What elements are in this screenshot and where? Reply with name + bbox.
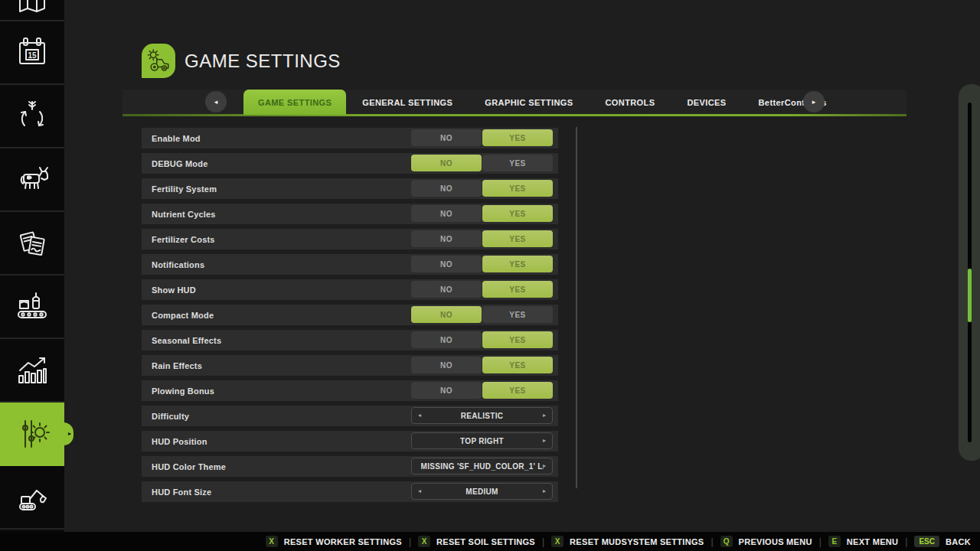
setting-control: ◂TOP RIGHT▸ [411, 432, 553, 449]
setting-label: Seasonal Effects [142, 336, 221, 345]
key-q-badge: Q [720, 536, 733, 547]
setting-control: ◂MISSING 'SF_HUD_COLOR_1' L..▸ [411, 458, 553, 474]
tab-controls[interactable]: CONTROLS [590, 90, 671, 115]
tabs-next-button[interactable]: ▸ [803, 91, 825, 112]
shortcut-label: RESET SOIL SETTINGS [436, 537, 535, 546]
toggle-switch: NOYES [411, 281, 553, 298]
settings-row: DEBUG ModeNOYES [142, 153, 558, 174]
select-next-icon[interactable]: ▸ [543, 438, 546, 444]
scrollbar-track[interactable] [968, 103, 972, 442]
svg-text:15: 15 [28, 51, 37, 59]
key-x-badge: X [266, 536, 278, 547]
toggle-yes-button[interactable]: YES [482, 205, 553, 222]
select-control[interactable]: ◂TOP RIGHT▸ [411, 432, 553, 449]
toggle-yes-button[interactable]: YES [482, 129, 553, 146]
toggle-no-button[interactable]: NO [411, 357, 482, 373]
separator: | [905, 536, 907, 547]
sidebar-item-crop-rotation[interactable] [0, 85, 64, 148]
settings-list-scrollbar[interactable] [576, 127, 577, 488]
toggle-yes-button[interactable]: YES [482, 256, 553, 272]
sidebar-item-construction[interactable] [0, 466, 64, 530]
toggle-switch: NOYES [411, 155, 553, 171]
toggle-yes-button[interactable]: YES [482, 382, 553, 399]
settings-row: HUD Font Size◂MEDIUM▸ [142, 481, 558, 502]
tab-general-settings[interactable]: GENERAL SETTINGS [346, 90, 469, 115]
shortcut-reset-worker[interactable]: X RESET WORKER SETTINGS [266, 536, 402, 547]
tab-bettercontracts[interactable]: BetterContracts [743, 90, 843, 115]
select-value: MISSING 'SF_HUD_COLOR_1' L.. [421, 462, 544, 471]
toggle-yes-button[interactable]: YES [482, 281, 553, 298]
toggle-switch: NOYES [411, 306, 553, 323]
toggle-no-button[interactable]: NO [411, 256, 482, 272]
select-next-icon[interactable]: ▸ [543, 488, 546, 494]
sidebar-item-map[interactable] [0, 0, 64, 21]
tab-game-settings[interactable]: GAME SETTINGS [243, 90, 346, 115]
setting-control: NOYES [411, 382, 553, 399]
settings-row: Rain EffectsNOYES [142, 355, 558, 376]
select-value: REALISTIC [461, 412, 503, 420]
select-prev-icon[interactable]: ◂ [418, 488, 421, 494]
setting-control: NOYES [411, 306, 553, 323]
chevron-right-icon: ▸ [812, 99, 816, 106]
toggle-yes-button[interactable]: YES [482, 155, 553, 171]
excavator-icon [14, 479, 51, 516]
cow-icon [14, 161, 51, 198]
sidebar-item-production[interactable] [0, 276, 64, 339]
shortcut-back[interactable]: ESC BACK [914, 536, 971, 547]
settings-row: Seasonal EffectsNOYES [142, 330, 558, 350]
page-scrollbar[interactable] [959, 84, 980, 461]
sidebar-item-contracts[interactable] [0, 212, 64, 276]
setting-control: NOYES [411, 230, 553, 247]
shortcut-reset-soil[interactable]: X RESET SOIL SETTINGS [418, 536, 535, 547]
shortcut-label: NEXT MENU [847, 537, 898, 546]
toggle-no-button[interactable]: NO [411, 306, 482, 323]
toggle-yes-button[interactable]: YES [482, 306, 553, 323]
toggle-no-button[interactable]: NO [411, 155, 482, 171]
toggle-yes-button[interactable]: YES [482, 230, 553, 247]
toggle-yes-button[interactable]: YES [482, 180, 553, 197]
select-next-icon[interactable]: ▸ [543, 412, 546, 419]
scrollbar-thumb[interactable] [968, 269, 972, 322]
toggle-yes-button[interactable]: YES [482, 357, 553, 373]
toggle-no-button[interactable]: NO [411, 180, 482, 197]
toggle-no-button[interactable]: NO [411, 129, 482, 146]
setting-label: HUD Position [142, 437, 207, 446]
shortcut-reset-mudsystem[interactable]: X RESET MUDSYSTEM SETTINGS [551, 536, 704, 547]
toggle-switch: NOYES [411, 256, 553, 272]
sidebar-item-settings[interactable]: ▸ [0, 403, 64, 466]
setting-label: Compact Mode [142, 311, 214, 320]
tabs-prev-button[interactable]: ◂ [205, 91, 227, 112]
setting-label: Rain Effects [142, 361, 202, 370]
shortcut-label: RESET MUDSYSTEM SETTINGS [570, 537, 704, 546]
select-control[interactable]: ◂MISSING 'SF_HUD_COLOR_1' L..▸ [411, 458, 553, 474]
select-next-icon[interactable]: ▸ [543, 463, 546, 469]
setting-label: DEBUG Mode [142, 159, 208, 168]
toggle-yes-button[interactable]: YES [482, 331, 553, 348]
toggle-no-button[interactable]: NO [411, 382, 482, 399]
select-control[interactable]: ◂REALISTIC▸ [411, 407, 553, 424]
setting-control: NOYES [411, 331, 553, 348]
tab-devices[interactable]: DEVICES [671, 90, 742, 115]
toggle-switch: NOYES [411, 180, 553, 197]
setting-control: NOYES [411, 256, 553, 272]
sidebar-item-animals[interactable] [0, 148, 64, 212]
app-icon [142, 44, 175, 78]
settings-row: Nutrient CyclesNOYES [142, 204, 558, 224]
toggle-no-button[interactable]: NO [411, 205, 482, 222]
sidebar-item-statistics[interactable] [0, 339, 64, 403]
toggle-no-button[interactable]: NO [411, 281, 482, 298]
shortcut-previous-menu[interactable]: Q PREVIOUS MENU [720, 536, 812, 547]
select-value: MEDIUM [466, 487, 498, 496]
toggle-no-button[interactable]: NO [411, 331, 482, 348]
toggle-no-button[interactable]: NO [411, 230, 482, 247]
shortcut-next-menu[interactable]: E NEXT MENU [828, 536, 898, 547]
key-x-badge: X [551, 536, 564, 547]
select-control[interactable]: ◂MEDIUM▸ [411, 483, 553, 500]
chevron-left-icon: ◂ [214, 99, 218, 106]
setting-label: Fertilizer Costs [142, 235, 215, 244]
sidebar-item-calendar[interactable]: 15 [0, 21, 64, 85]
setting-label: HUD Font Size [142, 487, 211, 497]
select-prev-icon[interactable]: ◂ [418, 412, 421, 419]
tab-graphic-settings[interactable]: GRAPHIC SETTINGS [469, 90, 589, 115]
settings-row: HUD Color Theme◂MISSING 'SF_HUD_COLOR_1'… [142, 456, 558, 477]
